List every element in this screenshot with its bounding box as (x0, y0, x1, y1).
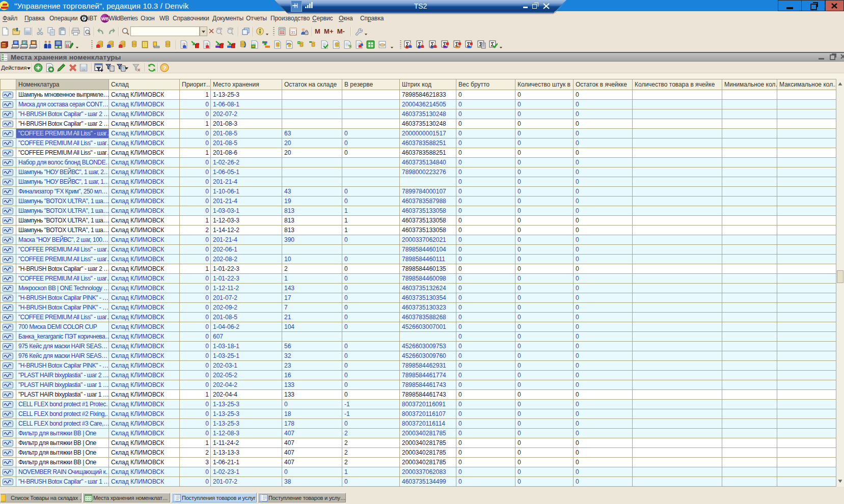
svg-text:ОК: ОК (81, 68, 86, 71)
svg-text:WB: WB (101, 16, 109, 21)
svg-text:31: 31 (291, 30, 295, 35)
svg-text:₽: ₽ (83, 16, 85, 21)
svg-text:?: ? (163, 65, 167, 71)
svg-text:%: % (348, 43, 351, 49)
